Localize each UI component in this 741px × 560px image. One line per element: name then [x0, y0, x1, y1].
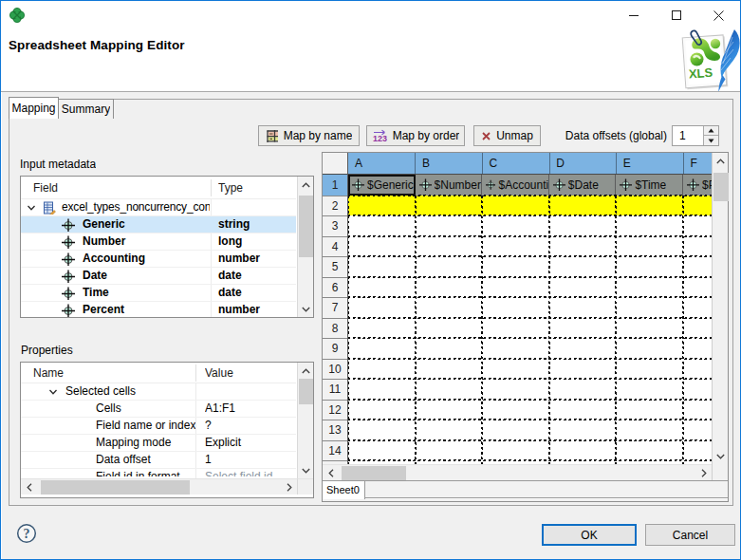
- props-horizontal-scrollbar[interactable]: [21, 478, 297, 495]
- scroll-down-icon[interactable]: [713, 448, 729, 464]
- sheet-tab-sheet0[interactable]: Sheet0: [323, 481, 365, 499]
- spinner-up-button[interactable]: [703, 126, 718, 136]
- grid-vertical-scrollbar[interactable]: [712, 153, 728, 464]
- grid-line: [348, 317, 712, 319]
- meta-field-row-date[interactable]: Date date: [21, 268, 296, 285]
- grid-column-headers: A B C D E F: [348, 153, 712, 175]
- props-header-divider: [195, 364, 196, 382]
- meta-field-row-number[interactable]: Number long: [21, 233, 296, 251]
- mapped-cell-b1[interactable]: $Number: [416, 175, 483, 196]
- row-header-12[interactable]: 12: [323, 400, 347, 420]
- scroll-up-icon[interactable]: [298, 177, 314, 193]
- map-by-order-button[interactable]: 123 Map by order: [366, 125, 465, 146]
- mapped-cell-e1[interactable]: $Time: [616, 175, 683, 196]
- props-col-name[interactable]: Name: [33, 366, 64, 380]
- scroll-up-icon[interactable]: [713, 153, 729, 169]
- grid-line: [481, 196, 483, 464]
- column-header-e[interactable]: E: [617, 153, 684, 174]
- row-header-7[interactable]: 7: [323, 297, 347, 318]
- scroll-left-icon[interactable]: [323, 465, 339, 481]
- sheet-tab-strip: Sheet0: [323, 480, 728, 498]
- row-header-14[interactable]: 14: [323, 440, 347, 461]
- data-offsets-spinner[interactable]: 1: [672, 125, 719, 146]
- mapped-cell-f1[interactable]: $Percent: [683, 175, 712, 196]
- scroll-right-icon[interactable]: [281, 479, 297, 495]
- row-header-9[interactable]: 9: [323, 338, 347, 359]
- tree-expanded-icon[interactable]: [27, 203, 36, 213]
- grid-line: [348, 255, 712, 257]
- row-header-1[interactable]: 1: [323, 175, 347, 196]
- row-header-5[interactable]: 5: [323, 256, 347, 277]
- grid-horizontal-scrollbar[interactable]: [323, 464, 712, 480]
- prop-value: Select field id: [205, 469, 294, 476]
- scrollbar-thumb[interactable]: [342, 466, 406, 480]
- row-header-4[interactable]: 4: [323, 236, 347, 257]
- props-col-value[interactable]: Value: [205, 366, 233, 380]
- minimize-button[interactable]: [612, 1, 655, 29]
- map-by-order-icon: 123: [372, 129, 388, 142]
- column-header-b[interactable]: B: [416, 153, 483, 174]
- meta-field-row-time[interactable]: Time date: [21, 285, 296, 302]
- row-header-8[interactable]: 8: [323, 318, 347, 339]
- mapped-cell-d1[interactable]: $Date: [549, 175, 617, 196]
- row-header-13[interactable]: 13: [323, 420, 347, 440]
- metadata-record-name: excel_types_noncurrency_con: [62, 199, 210, 215]
- scrollbar-thumb[interactable]: [713, 173, 729, 201]
- props-row-field-name[interactable]: Field name or index ?: [21, 418, 296, 435]
- field-type: date: [218, 268, 294, 284]
- row-header-2[interactable]: 2: [323, 196, 347, 216]
- grid-line: [348, 276, 712, 278]
- mapped-cell-label: $Accounting: [498, 178, 547, 192]
- row-header-3[interactable]: 3: [323, 215, 347, 236]
- help-button[interactable]: ?: [16, 523, 37, 544]
- tab-summary[interactable]: Summary: [58, 99, 114, 119]
- spinner-up-icon: [708, 128, 714, 133]
- unmap-button[interactable]: Unmap: [473, 125, 541, 146]
- meta-record-row[interactable]: excel_types_noncurrency_con: [21, 199, 296, 216]
- scrollbar-thumb[interactable]: [299, 196, 314, 257]
- column-header-c[interactable]: C: [483, 153, 550, 174]
- props-row-mapping-mode[interactable]: Mapping mode Explicit: [21, 435, 296, 452]
- scroll-right-icon[interactable]: [695, 465, 712, 481]
- row-header-10[interactable]: 10: [323, 359, 347, 380]
- spinner-down-button[interactable]: [703, 136, 718, 145]
- scrollbar-thumb[interactable]: [299, 379, 314, 404]
- field-name: Generic: [83, 216, 210, 233]
- meta-field-row-percent[interactable]: Percent number: [21, 302, 296, 318]
- scrollbar-corner: [297, 478, 313, 495]
- field-name: Accounting: [83, 251, 210, 267]
- row-header-6[interactable]: 6: [323, 277, 347, 298]
- column-header-d[interactable]: D: [549, 153, 617, 174]
- props-row-format-field[interactable]: Field id in format Select field id: [21, 469, 296, 476]
- data-offset-row[interactable]: [348, 196, 712, 216]
- scroll-down-icon[interactable]: [298, 301, 314, 317]
- meta-vertical-scrollbar[interactable]: [297, 177, 313, 317]
- map-by-name-button[interactable]: Map by name: [258, 125, 360, 146]
- maximize-button[interactable]: [655, 1, 697, 29]
- cancel-button[interactable]: Cancel: [645, 524, 735, 546]
- mapped-cell-label: $Date: [568, 178, 599, 192]
- ok-button[interactable]: OK: [542, 524, 637, 546]
- column-header-a[interactable]: A: [348, 153, 416, 174]
- tree-expanded-icon[interactable]: [48, 387, 58, 397]
- grid-corner-cell[interactable]: [323, 153, 348, 175]
- row-header-11[interactable]: 11: [323, 379, 347, 400]
- meta-field-row-accounting[interactable]: Accounting number: [21, 251, 296, 268]
- grid-line: [548, 196, 550, 464]
- tab-mapping[interactable]: Mapping: [9, 97, 59, 119]
- meta-field-row-generic[interactable]: Generic string: [21, 216, 296, 233]
- column-header-f[interactable]: F: [683, 153, 712, 174]
- props-row-cells[interactable]: Cells A1:F1: [21, 401, 296, 418]
- props-row-data-offset[interactable]: Data offset 1: [21, 452, 296, 469]
- field-icon: [62, 218, 75, 232]
- scrollbar-thumb[interactable]: [41, 480, 190, 495]
- props-vertical-scrollbar[interactable]: [297, 363, 313, 478]
- scroll-up-icon[interactable]: [298, 363, 314, 379]
- meta-col-type[interactable]: Type: [218, 181, 243, 195]
- meta-col-field[interactable]: Field: [33, 181, 58, 195]
- scroll-down-icon[interactable]: [298, 462, 314, 478]
- props-group-row[interactable]: Selected cells: [21, 383, 296, 401]
- scroll-left-icon[interactable]: [21, 479, 37, 495]
- mapped-cell-c1[interactable]: $Accounting: [482, 175, 549, 196]
- close-button[interactable]: [697, 1, 740, 29]
